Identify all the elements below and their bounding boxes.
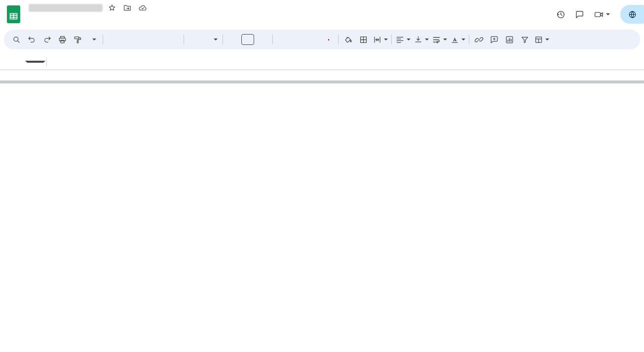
redo-button[interactable] — [39, 33, 55, 46]
comment-icon — [574, 9, 585, 20]
spreadsheet-grid — [0, 70, 644, 352]
menu-bar — [25, 14, 149, 28]
star-icon — [108, 3, 116, 12]
insert-comment-button[interactable] — [487, 33, 502, 46]
redacted-title-text — [29, 4, 103, 12]
chevron-down-icon — [384, 39, 388, 40]
search-button[interactable] — [9, 33, 24, 46]
share-button[interactable] — [620, 5, 644, 24]
search-icon — [12, 35, 21, 44]
text-wrap-button[interactable] — [430, 33, 449, 46]
text-rotation-icon — [450, 35, 459, 44]
video-camera-icon — [594, 9, 604, 20]
more-toolbar-options-button[interactable] — [620, 33, 635, 46]
google-sheets-app — [0, 0, 644, 352]
table-views-button[interactable] — [532, 33, 551, 46]
chevron-down-icon — [425, 39, 429, 40]
insert-chart-button[interactable] — [502, 33, 517, 46]
zoom-selector[interactable] — [85, 33, 101, 46]
print-button[interactable] — [55, 33, 70, 46]
toolbar-divider — [272, 35, 273, 44]
titlebar-right — [553, 5, 644, 24]
table-icon — [534, 35, 543, 44]
increase-font-size-button[interactable] — [255, 33, 270, 46]
comments-button[interactable] — [572, 7, 587, 22]
text-wrap-icon — [432, 35, 441, 44]
cloud-status-icon — [137, 2, 149, 14]
strikethrough-button[interactable] — [305, 33, 321, 46]
percent-format-button[interactable] — [120, 33, 136, 46]
text-rotation-button[interactable] — [449, 33, 467, 46]
formula-input[interactable] — [60, 53, 644, 70]
chevron-down-icon — [545, 39, 549, 40]
font-selector[interactable] — [186, 33, 221, 46]
insert-link-button[interactable] — [471, 33, 487, 46]
italic-button[interactable] — [290, 33, 305, 46]
fill-color-button[interactable] — [341, 33, 356, 46]
titlebar — [0, 0, 644, 29]
decrease-font-size-button[interactable] — [225, 33, 240, 46]
toolbar-divider — [469, 35, 469, 44]
column-header-row — [0, 70, 644, 80]
sheets-logo-icon — [7, 5, 20, 23]
number-format-button[interactable] — [166, 33, 182, 46]
frozen-pane-divider[interactable] — [0, 80, 644, 83]
filter-funnel-icon — [520, 35, 530, 44]
title-row — [25, 1, 149, 14]
move-folder-button[interactable] — [121, 2, 133, 14]
bold-button[interactable] — [275, 33, 290, 46]
toolbar-divider — [391, 35, 392, 44]
font-size-input[interactable] — [241, 34, 254, 45]
toolbar — [4, 30, 640, 49]
meet-button[interactable] — [591, 7, 612, 22]
star-button[interactable] — [106, 2, 118, 14]
toolbar-divider — [223, 35, 223, 44]
titlebar-left — [7, 1, 149, 28]
undo-icon — [27, 35, 37, 44]
merge-cells-button[interactable] — [371, 33, 389, 46]
title-and-menus — [25, 1, 149, 28]
print-icon — [58, 35, 67, 44]
align-left-icon — [395, 35, 405, 44]
toolbar-divider — [103, 35, 103, 44]
chevron-down-icon — [443, 39, 447, 40]
decrease-decimal-button[interactable] — [136, 33, 151, 46]
chart-icon — [505, 35, 514, 44]
history-icon — [556, 9, 566, 20]
chevron-down-icon — [214, 39, 218, 40]
chevron-down-icon — [407, 39, 411, 40]
globe-access-icon — [628, 10, 637, 19]
chevron-down-icon — [25, 61, 45, 63]
borders-icon — [359, 35, 368, 44]
toolbar-divider — [338, 35, 339, 44]
chevron-down-icon — [606, 13, 610, 15]
chevron-down-icon — [461, 39, 465, 40]
add-comment-icon — [490, 35, 499, 44]
formula-bar-divider — [46, 57, 47, 66]
filter-button[interactable] — [517, 33, 532, 46]
currency-format-button[interactable] — [105, 33, 120, 46]
text-color-button[interactable] — [321, 33, 336, 46]
cell-name-box[interactable] — [0, 61, 45, 63]
undo-button[interactable] — [24, 33, 39, 46]
increase-decimal-button[interactable] — [151, 33, 166, 46]
horizontal-align-button[interactable] — [394, 33, 412, 46]
toolbar-divider — [184, 35, 184, 44]
merge-cells-icon — [373, 35, 382, 44]
toolbar-wrap — [0, 29, 644, 53]
chevron-down-icon — [92, 39, 96, 40]
paint-roller-icon — [73, 35, 82, 44]
link-icon — [474, 35, 484, 44]
paint-format-button[interactable] — [70, 33, 85, 46]
move-folder-icon — [123, 3, 132, 12]
paint-bucket-icon — [343, 35, 353, 44]
formula-bar — [0, 53, 644, 70]
sheets-logo[interactable] — [7, 5, 20, 23]
version-history-button[interactable] — [553, 7, 568, 22]
redo-icon — [42, 35, 52, 44]
vertical-align-icon — [414, 35, 423, 44]
functions-button[interactable] — [551, 33, 566, 46]
vertical-align-button[interactable] — [412, 33, 430, 46]
borders-button[interactable] — [356, 33, 371, 46]
